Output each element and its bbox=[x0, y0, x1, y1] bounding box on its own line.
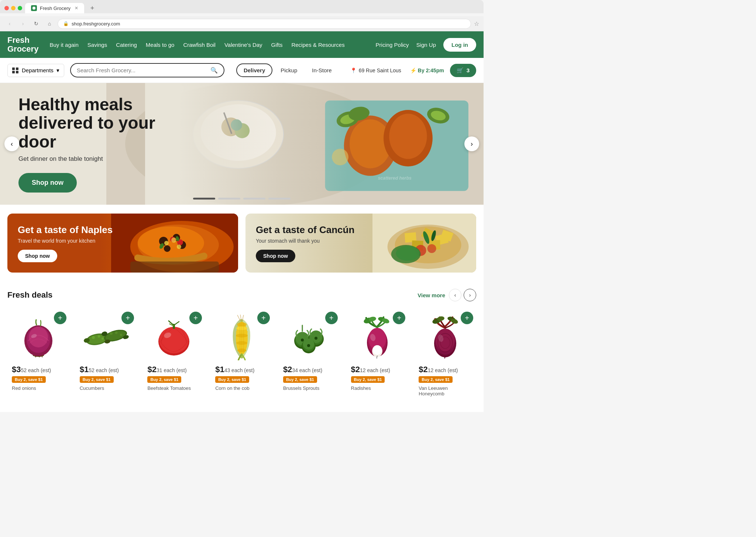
tab-title: Fresh Grocery bbox=[40, 6, 71, 11]
cancun-shop-now-button[interactable]: Shop now bbox=[256, 250, 295, 262]
location-text: 69 Rue Saint Lous bbox=[359, 67, 401, 73]
svg-point-33 bbox=[171, 238, 176, 243]
price-amount: $1 bbox=[80, 365, 89, 374]
location-pin-icon: 📍 bbox=[350, 67, 357, 73]
search-bar-row: Departments ▾ 🔍 Delivery Pickup In-Store… bbox=[0, 58, 484, 83]
search-icon[interactable]: 🔍 bbox=[210, 67, 218, 74]
products-next-button[interactable]: › bbox=[464, 289, 476, 301]
product-add-button[interactable]: + bbox=[54, 312, 66, 324]
svg-point-29 bbox=[164, 245, 171, 252]
minimize-dot[interactable] bbox=[11, 6, 16, 10]
nav-recipes-resources[interactable]: Recipes & Resources bbox=[291, 42, 344, 48]
product-card: + $231 each (est) Buy 2, save $1 Beefste… bbox=[143, 309, 205, 401]
product-nav-arrows: ‹ › bbox=[449, 289, 476, 301]
svg-point-52 bbox=[396, 246, 419, 261]
pickup-button[interactable]: Pickup bbox=[274, 64, 304, 76]
forward-button[interactable]: › bbox=[18, 18, 28, 29]
sign-up-link[interactable]: Sign Up bbox=[416, 42, 436, 48]
product-card: + $234 each (est) Buy 2, save $1 Brussel… bbox=[279, 309, 341, 401]
hero-dot-2[interactable] bbox=[218, 198, 240, 200]
products-prev-button[interactable]: ‹ bbox=[449, 289, 461, 301]
location-info: 📍 69 Rue Saint Lous bbox=[350, 67, 401, 73]
product-add-button[interactable]: + bbox=[257, 312, 270, 324]
back-button[interactable]: ‹ bbox=[4, 18, 15, 29]
price-unit: 52 each (est) bbox=[21, 367, 51, 373]
hero-dot-3[interactable] bbox=[243, 198, 265, 200]
hero-bg-overlay bbox=[145, 83, 484, 205]
maximize-dot[interactable] bbox=[18, 6, 22, 10]
price-amount: $1 bbox=[215, 365, 224, 374]
naples-promo-subtitle: Travel the world from your kitchen bbox=[18, 238, 113, 244]
svg-point-61 bbox=[92, 336, 95, 339]
hero-prev-button[interactable]: ‹ bbox=[4, 136, 19, 151]
address-bar[interactable]: 🔒 shop.freshgrocery.com bbox=[58, 19, 471, 29]
product-card: + $143 each (est) Buy 2, save $1 bbox=[211, 309, 273, 401]
in-store-button[interactable]: In-Store bbox=[305, 64, 338, 76]
svg-point-0 bbox=[32, 7, 35, 10]
nav-catering[interactable]: Catering bbox=[116, 42, 137, 48]
product-price: $234 each (est) bbox=[283, 365, 336, 374]
browser-tab[interactable]: Fresh Grocery ✕ bbox=[25, 3, 84, 13]
hero-title: Healthy meals delivered to your door bbox=[18, 95, 173, 151]
price-unit: 34 each (est) bbox=[292, 367, 322, 373]
browser-toolbar: ‹ › ↻ ⌂ 🔒 shop.freshgrocery.com ☆ bbox=[0, 16, 484, 31]
nav-savings[interactable]: Savings bbox=[87, 42, 107, 48]
nav-buy-it-again[interactable]: Buy it again bbox=[49, 42, 78, 48]
product-badge: Buy 2, save $1 bbox=[80, 376, 114, 383]
product-add-button[interactable]: + bbox=[325, 312, 338, 324]
nav-valentines-day[interactable]: Valentine's Day bbox=[224, 42, 262, 48]
departments-button[interactable]: Departments ▾ bbox=[7, 64, 64, 77]
naples-food-image bbox=[111, 214, 238, 273]
tab-favicon bbox=[31, 5, 37, 11]
cart-button[interactable]: 🛒 3 bbox=[450, 64, 476, 77]
site-logo[interactable]: Fresh Grocery bbox=[7, 36, 38, 53]
add-tab-button[interactable]: + bbox=[87, 3, 97, 13]
close-dot[interactable] bbox=[4, 6, 9, 10]
price-unit: 31 each (est) bbox=[157, 367, 187, 373]
tab-close-button[interactable]: ✕ bbox=[75, 6, 78, 11]
svg-point-25 bbox=[138, 226, 204, 260]
lightning-icon: ⚡ bbox=[410, 67, 416, 73]
hero-subtitle: Get dinner on the table tonight bbox=[18, 155, 173, 163]
svg-point-66 bbox=[120, 334, 122, 336]
nav-gifts[interactable]: Gifts bbox=[271, 42, 283, 48]
price-amount: $2 bbox=[419, 365, 427, 374]
delivery-button[interactable]: Delivery bbox=[236, 63, 272, 77]
svg-point-107 bbox=[373, 345, 382, 355]
browser-chrome: Fresh Grocery ✕ + bbox=[0, 0, 484, 13]
main-navigation: Buy it again Savings Catering Meals to g… bbox=[49, 42, 364, 48]
site-wrapper: Fresh Grocery Buy it again Savings Cater… bbox=[0, 31, 484, 412]
bookmark-icon[interactable]: ☆ bbox=[474, 20, 479, 27]
hero-dot-1[interactable] bbox=[193, 198, 215, 200]
delivery-time: ⚡ By 2:45pm bbox=[410, 67, 444, 73]
product-add-button[interactable]: + bbox=[189, 312, 202, 324]
login-button[interactable]: Log in bbox=[443, 38, 476, 52]
refresh-button[interactable]: ↻ bbox=[31, 18, 41, 29]
product-card: + $212 each (est) Buy 2, save $1 Van bbox=[414, 309, 476, 401]
browser-title-bar: Fresh Grocery ✕ + bbox=[4, 3, 479, 13]
hero-dot-4[interactable] bbox=[268, 198, 291, 200]
pricing-policy-link[interactable]: Pricing Policy bbox=[376, 42, 409, 48]
product-name: Beefsteak Tomatoes bbox=[147, 385, 200, 391]
product-add-button[interactable]: + bbox=[461, 312, 473, 324]
product-name: Van Leeuwen Honeycomb bbox=[419, 385, 472, 396]
svg-point-34 bbox=[177, 245, 181, 249]
hero-shop-now-button[interactable]: Shop now bbox=[18, 173, 77, 193]
nav-meals-to-go[interactable]: Meals to go bbox=[146, 42, 175, 48]
hero-next-button[interactable]: › bbox=[464, 136, 479, 151]
naples-promo-title: Get a taste of Naples bbox=[18, 224, 113, 236]
home-button[interactable]: ⌂ bbox=[44, 18, 55, 29]
cancun-promo-content: Get a taste of Cancún Your stomach will … bbox=[245, 215, 365, 271]
svg-point-48 bbox=[427, 244, 436, 253]
product-price: $152 each (est) bbox=[80, 365, 133, 374]
search-input[interactable] bbox=[77, 67, 207, 73]
naples-shop-now-button[interactable]: Shop now bbox=[18, 250, 57, 262]
search-input-wrap[interactable]: 🔍 bbox=[70, 63, 224, 77]
price-unit: 52 each (est) bbox=[89, 367, 119, 373]
svg-point-62 bbox=[97, 335, 100, 337]
view-more-link[interactable]: View more bbox=[417, 292, 445, 298]
hero-content: Healthy meals delivered to your door Get… bbox=[0, 83, 192, 205]
price-unit: 12 each (est) bbox=[360, 367, 390, 373]
product-card: + $152 each (est) Buy 2, save $1 Cucumbe… bbox=[75, 309, 137, 401]
nav-crawfish-boil[interactable]: Crawfish Boil bbox=[183, 42, 216, 48]
